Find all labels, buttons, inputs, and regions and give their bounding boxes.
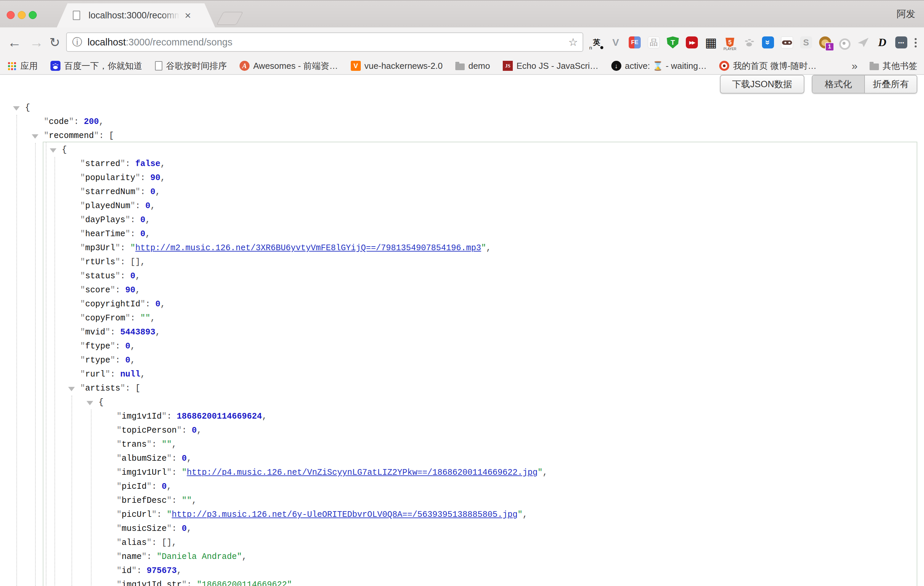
profile-name[interactable]: 阿发: [897, 1, 915, 27]
bookmark-apps[interactable]: 应用: [7, 60, 38, 72]
download-json-button[interactable]: 下载JSON数据: [720, 75, 804, 94]
collapse-arrow-icon[interactable]: [50, 149, 56, 153]
page-info-icon[interactable]: ⓘ: [72, 37, 82, 47]
bookmark-awesomes[interactable]: AAwesomes - 前端资…: [239, 60, 338, 72]
bookmarks-overflow-chevron[interactable]: »: [851, 60, 858, 72]
format-button[interactable]: 格式化: [812, 76, 865, 93]
bookmark-label: 应用: [20, 60, 38, 72]
bookmark-label: 百度一下，你就知道: [64, 60, 142, 72]
new-tab-button[interactable]: [216, 12, 243, 25]
toolbar: ← → ↻ ⓘ localhost:3000/recommend/songs ☆…: [0, 27, 924, 58]
bookmark-weibo-home[interactable]: 我的首页 微博-随时…: [719, 60, 817, 72]
green-shield-icon[interactable]: T: [667, 36, 679, 48]
json-line: "picUrl": "http://p3.music.126.net/6y-Ul…: [0, 508, 924, 522]
qrcode-icon[interactable]: ▦: [705, 36, 717, 48]
collapse-arrow-icon[interactable]: [13, 106, 20, 111]
json-line: "status": 0,: [0, 269, 924, 283]
json-line: "img1v1Id_str": "18686200114669622": [0, 578, 924, 586]
s-icon[interactable]: S: [800, 36, 812, 48]
slate-more-icon[interactable]: •••: [895, 36, 907, 48]
other-bookmarks[interactable]: 其他书签: [870, 60, 917, 72]
json-line: "artists": [: [0, 381, 924, 396]
bookmark-active[interactable]: ↓active: ⌛ - waiting…: [611, 61, 707, 71]
back-button[interactable]: ←: [7, 27, 21, 58]
bookmark-echojs[interactable]: JSEcho JS - JavaScri…: [503, 61, 599, 71]
json-line: "img1v1Id": 18686200114669624,: [0, 409, 924, 424]
vue-devtools-icon[interactable]: V: [610, 36, 622, 48]
json-line: "topicPerson": 0,: [0, 424, 924, 437]
close-window-button[interactable]: [7, 11, 15, 19]
forward-button: →: [30, 27, 43, 58]
folder-icon: [455, 63, 465, 70]
minimize-window-button[interactable]: [18, 11, 26, 19]
json-line: "img1v1Url": "http://p4.music.126.net/Vn…: [0, 466, 924, 480]
active-icon: ↓: [611, 61, 621, 71]
collapse-arrow-icon[interactable]: [86, 401, 93, 405]
tab-close-icon[interactable]: ×: [185, 3, 191, 27]
awesomes-icon: A: [239, 61, 249, 71]
mask-icon[interactable]: [781, 36, 793, 48]
view-mode-toggle: 格式化 折叠所有: [812, 75, 917, 94]
translate-icon[interactable]: 英: [591, 36, 603, 48]
json-line: "ftype": 0,: [0, 340, 924, 353]
vue-icon: V: [351, 61, 361, 71]
reload-button[interactable]: ↻: [50, 27, 60, 58]
sitemap-icon[interactable]: 品: [648, 36, 660, 48]
json-url-link[interactable]: http://m2.music.126.net/3XR6BU6yvtyVmFE8…: [135, 243, 481, 253]
fast-forward-icon[interactable]: ▶▶: [686, 36, 698, 48]
json-line: "playedNum": 0,: [0, 199, 924, 213]
bookmark-star-icon[interactable]: ☆: [568, 36, 578, 48]
bookmark-google-time-sort[interactable]: 谷歌按时间排序: [155, 60, 227, 72]
browser-tab[interactable]: localhost:3000/recommend/so ×: [57, 3, 215, 27]
bookmarks-bar: 应用百度一下，你就知道谷歌按时间排序AAwesomes - 前端资…Vvue-h…: [0, 58, 924, 75]
extension-badge: 1: [825, 43, 834, 51]
json-line: "mvid": 5443893,: [0, 325, 924, 340]
bird-icon[interactable]: [857, 36, 869, 48]
echojs-icon: JS: [503, 61, 513, 71]
baidu-icon: [50, 61, 61, 71]
apps-icon: [7, 61, 17, 71]
paw-icon[interactable]: [743, 36, 755, 48]
monkey-icon[interactable]: 1: [819, 36, 831, 48]
json-line: "score": 90,: [0, 283, 924, 297]
html5-player-icon[interactable]: 5PLAYER: [724, 36, 736, 48]
collapse-arrow-icon[interactable]: [68, 387, 75, 391]
bookmark-label: 谷歌按时间排序: [166, 60, 227, 72]
bookmark-demo[interactable]: demo: [455, 61, 490, 71]
json-line: {: [0, 396, 924, 409]
blue-downloader-icon[interactable]: »: [762, 36, 774, 48]
bookmark-label: demo: [469, 61, 490, 71]
json-line: "id": 975673,: [0, 564, 924, 578]
json-line: "hearTime": 0,: [0, 227, 924, 241]
json-line: "rtype": 0,: [0, 353, 924, 368]
url-path: :3000/recommend/songs: [125, 37, 232, 48]
bookmark-baidu[interactable]: 百度一下，你就知道: [50, 60, 142, 72]
json-viewer-page: 下载JSON数据 格式化 折叠所有 {"code": 200,"recommen…: [0, 75, 924, 586]
bookmarks-left: 应用百度一下，你就知道谷歌按时间排序AAwesomes - 前端资…Vvue-h…: [7, 60, 829, 72]
tab-strip: localhost:3000/recommend/so × 阿发: [0, 0, 924, 27]
collapse-all-button[interactable]: 折叠所有: [865, 76, 917, 93]
collapse-arrow-icon[interactable]: [32, 134, 38, 139]
page-favicon-icon: [73, 11, 80, 20]
dark-mode-icon[interactable]: D: [876, 36, 888, 48]
json-line: "copyrightId": 0,: [0, 297, 924, 311]
json-line: "name": "Daniela Andrade",: [0, 550, 924, 564]
zoom-window-button[interactable]: [29, 11, 37, 19]
url-host: localhost: [87, 37, 125, 48]
bookmark-label: Awesomes - 前端资…: [253, 60, 338, 72]
bookmark-vue-hackernews[interactable]: Vvue-hackernews-2.0: [351, 61, 443, 71]
json-url-link[interactable]: http://p4.music.126.net/VnZiScyynLG7atLI…: [187, 468, 538, 477]
json-url-link[interactable]: http://p3.music.126.net/6y-UleORITEDbvrO…: [172, 510, 518, 520]
address-bar[interactable]: ⓘ localhost:3000/recommend/songs ☆: [66, 32, 583, 52]
json-line: "code": 200,: [0, 115, 924, 129]
json-line: "starred": false,: [0, 157, 924, 171]
weibo-gray-icon[interactable]: [838, 36, 850, 48]
chrome-menu-icon[interactable]: [915, 38, 917, 40]
json-line: "rurl": null,: [0, 368, 924, 381]
folder-icon: [870, 63, 879, 70]
json-line: "mp3Url": "http://m2.music.126.net/3XR6B…: [0, 241, 924, 255]
bookmark-label: vue-hackernews-2.0: [365, 61, 443, 71]
fehelper-icon[interactable]: FE: [629, 36, 641, 48]
other-bookmarks-label: 其他书签: [883, 60, 917, 72]
json-line: "trans": "",: [0, 437, 924, 452]
